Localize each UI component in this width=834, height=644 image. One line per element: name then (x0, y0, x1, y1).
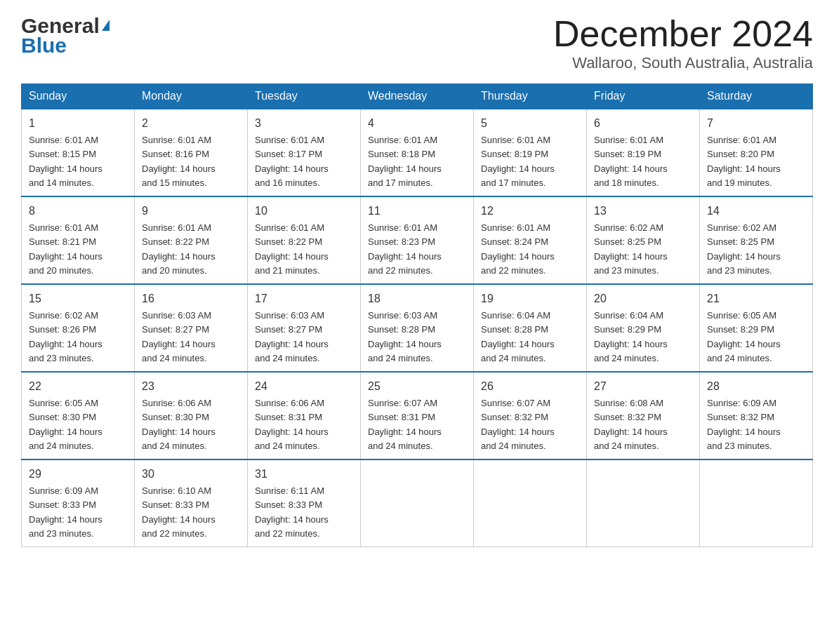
header-saturday: Saturday (700, 84, 813, 109)
day-info: Sunrise: 6:10 AMSunset: 8:33 PMDaylight:… (142, 485, 216, 539)
location-subtitle: Wallaroo, South Australia, Australia (553, 54, 813, 72)
day-number: 31 (255, 466, 353, 483)
calendar-cell: 29 Sunrise: 6:09 AMSunset: 8:33 PMDaylig… (22, 459, 135, 547)
day-info: Sunrise: 6:01 AMSunset: 8:20 PMDaylight:… (707, 135, 781, 188)
header-friday: Friday (587, 84, 700, 109)
calendar-cell: 22 Sunrise: 6:05 AMSunset: 8:30 PMDaylig… (22, 372, 135, 459)
day-info: Sunrise: 6:11 AMSunset: 8:33 PMDaylight:… (255, 485, 329, 539)
day-number: 21 (707, 290, 805, 307)
logo-area: General Blue (21, 14, 110, 56)
calendar-cell (700, 459, 813, 547)
calendar-cell: 23 Sunrise: 6:06 AMSunset: 8:30 PMDaylig… (135, 372, 248, 459)
day-number: 18 (368, 290, 466, 307)
day-info: Sunrise: 6:01 AMSunset: 8:15 PMDaylight:… (29, 135, 102, 188)
day-number: 13 (594, 203, 692, 220)
day-number: 10 (255, 203, 353, 220)
calendar-cell: 25 Sunrise: 6:07 AMSunset: 8:31 PMDaylig… (361, 372, 474, 459)
calendar-cell: 10 Sunrise: 6:01 AMSunset: 8:22 PMDaylig… (248, 196, 361, 284)
logo-triangle-icon (102, 20, 110, 31)
day-number: 4 (368, 115, 466, 132)
header-wednesday: Wednesday (361, 84, 474, 109)
calendar-cell: 11 Sunrise: 6:01 AMSunset: 8:23 PMDaylig… (361, 196, 474, 284)
day-info: Sunrise: 6:01 AMSunset: 8:21 PMDaylight:… (29, 222, 102, 276)
calendar-cell: 6 Sunrise: 6:01 AMSunset: 8:19 PMDayligh… (587, 109, 700, 196)
day-number: 7 (707, 115, 805, 132)
calendar-cell: 24 Sunrise: 6:06 AMSunset: 8:31 PMDaylig… (248, 372, 361, 459)
calendar-cell: 2 Sunrise: 6:01 AMSunset: 8:16 PMDayligh… (135, 109, 248, 196)
day-number: 14 (707, 203, 805, 220)
logo-blue-text: Blue (21, 35, 67, 56)
day-number: 20 (594, 290, 692, 307)
calendar-cell: 8 Sunrise: 6:01 AMSunset: 8:21 PMDayligh… (22, 196, 135, 284)
day-number: 23 (142, 378, 240, 395)
calendar-cell (587, 459, 700, 547)
day-number: 24 (255, 378, 353, 395)
day-number: 27 (594, 378, 692, 395)
day-number: 30 (142, 466, 240, 483)
calendar-cell: 20 Sunrise: 6:04 AMSunset: 8:29 PMDaylig… (587, 284, 700, 372)
header-sunday: Sunday (22, 84, 135, 109)
day-info: Sunrise: 6:04 AMSunset: 8:28 PMDaylight:… (481, 310, 555, 363)
calendar-cell: 3 Sunrise: 6:01 AMSunset: 8:17 PMDayligh… (248, 109, 361, 196)
calendar-cell: 12 Sunrise: 6:01 AMSunset: 8:24 PMDaylig… (474, 196, 587, 284)
day-number: 2 (142, 115, 240, 132)
day-number: 15 (29, 290, 127, 307)
day-number: 22 (29, 378, 127, 395)
week-row-1: 1 Sunrise: 6:01 AMSunset: 8:15 PMDayligh… (22, 109, 813, 196)
day-info: Sunrise: 6:06 AMSunset: 8:31 PMDaylight:… (255, 398, 329, 451)
day-number: 12 (481, 203, 579, 220)
calendar-cell: 4 Sunrise: 6:01 AMSunset: 8:18 PMDayligh… (361, 109, 474, 196)
day-info: Sunrise: 6:01 AMSunset: 8:19 PMDaylight:… (594, 135, 668, 188)
day-number: 8 (29, 203, 127, 220)
week-row-4: 22 Sunrise: 6:05 AMSunset: 8:30 PMDaylig… (22, 372, 813, 459)
week-row-5: 29 Sunrise: 6:09 AMSunset: 8:33 PMDaylig… (22, 459, 813, 547)
calendar-cell (474, 459, 587, 547)
calendar-cell: 5 Sunrise: 6:01 AMSunset: 8:19 PMDayligh… (474, 109, 587, 196)
header-thursday: Thursday (474, 84, 587, 109)
day-number: 29 (29, 466, 127, 483)
day-info: Sunrise: 6:08 AMSunset: 8:32 PMDaylight:… (594, 398, 668, 451)
week-row-3: 15 Sunrise: 6:02 AMSunset: 8:26 PMDaylig… (22, 284, 813, 372)
header-monday: Monday (135, 84, 248, 109)
calendar-cell: 15 Sunrise: 6:02 AMSunset: 8:26 PMDaylig… (22, 284, 135, 372)
day-number: 9 (142, 203, 240, 220)
day-info: Sunrise: 6:01 AMSunset: 8:23 PMDaylight:… (368, 222, 442, 276)
day-info: Sunrise: 6:02 AMSunset: 8:26 PMDaylight:… (29, 310, 102, 363)
calendar-cell: 18 Sunrise: 6:03 AMSunset: 8:28 PMDaylig… (361, 284, 474, 372)
day-number: 1 (29, 115, 127, 132)
day-info: Sunrise: 6:09 AMSunset: 8:32 PMDaylight:… (707, 398, 781, 451)
day-info: Sunrise: 6:01 AMSunset: 8:18 PMDaylight:… (368, 135, 442, 188)
day-info: Sunrise: 6:01 AMSunset: 8:16 PMDaylight:… (142, 135, 216, 188)
day-info: Sunrise: 6:01 AMSunset: 8:17 PMDaylight:… (255, 135, 329, 188)
day-number: 28 (707, 378, 805, 395)
calendar-cell: 28 Sunrise: 6:09 AMSunset: 8:32 PMDaylig… (700, 372, 813, 459)
calendar-cell: 30 Sunrise: 6:10 AMSunset: 8:33 PMDaylig… (135, 459, 248, 547)
calendar-cell: 17 Sunrise: 6:03 AMSunset: 8:27 PMDaylig… (248, 284, 361, 372)
day-info: Sunrise: 6:04 AMSunset: 8:29 PMDaylight:… (594, 310, 668, 363)
day-info: Sunrise: 6:02 AMSunset: 8:25 PMDaylight:… (707, 222, 781, 276)
day-info: Sunrise: 6:03 AMSunset: 8:27 PMDaylight:… (142, 310, 216, 363)
header-row: SundayMondayTuesdayWednesdayThursdayFrid… (22, 84, 813, 109)
week-row-2: 8 Sunrise: 6:01 AMSunset: 8:21 PMDayligh… (22, 196, 813, 284)
day-number: 17 (255, 290, 353, 307)
day-number: 5 (481, 115, 579, 132)
calendar-cell: 7 Sunrise: 6:01 AMSunset: 8:20 PMDayligh… (700, 109, 813, 196)
day-number: 6 (594, 115, 692, 132)
day-number: 3 (255, 115, 353, 132)
day-number: 19 (481, 290, 579, 307)
header-tuesday: Tuesday (248, 84, 361, 109)
day-info: Sunrise: 6:03 AMSunset: 8:27 PMDaylight:… (255, 310, 329, 363)
day-info: Sunrise: 6:02 AMSunset: 8:25 PMDaylight:… (594, 222, 668, 276)
day-number: 25 (368, 378, 466, 395)
day-info: Sunrise: 6:07 AMSunset: 8:31 PMDaylight:… (368, 398, 442, 451)
calendar-cell: 19 Sunrise: 6:04 AMSunset: 8:28 PMDaylig… (474, 284, 587, 372)
title-area: December 2024 Wallaroo, South Australia,… (553, 14, 813, 72)
calendar-cell: 16 Sunrise: 6:03 AMSunset: 8:27 PMDaylig… (135, 284, 248, 372)
calendar-cell: 13 Sunrise: 6:02 AMSunset: 8:25 PMDaylig… (587, 196, 700, 284)
calendar-cell: 27 Sunrise: 6:08 AMSunset: 8:32 PMDaylig… (587, 372, 700, 459)
day-info: Sunrise: 6:03 AMSunset: 8:28 PMDaylight:… (368, 310, 442, 363)
calendar-cell: 26 Sunrise: 6:07 AMSunset: 8:32 PMDaylig… (474, 372, 587, 459)
day-info: Sunrise: 6:09 AMSunset: 8:33 PMDaylight:… (29, 485, 102, 539)
day-info: Sunrise: 6:01 AMSunset: 8:24 PMDaylight:… (481, 222, 555, 276)
calendar-cell: 31 Sunrise: 6:11 AMSunset: 8:33 PMDaylig… (248, 459, 361, 547)
